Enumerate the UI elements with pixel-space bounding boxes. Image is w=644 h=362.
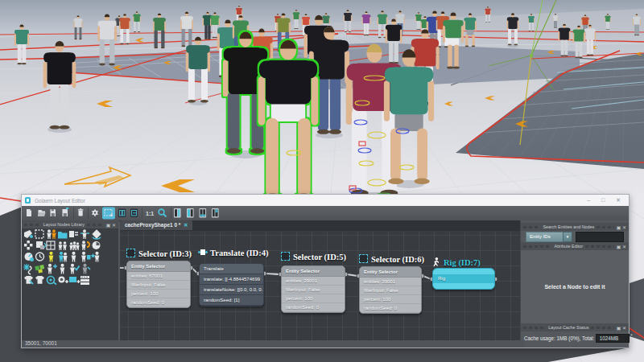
svg-text:1:1: 1:1: [146, 211, 154, 216]
